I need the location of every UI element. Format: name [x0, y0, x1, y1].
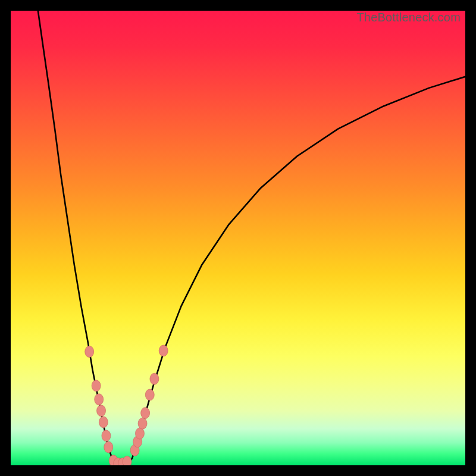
- data-marker: [102, 430, 111, 441]
- data-marker: [104, 441, 113, 453]
- data-marker: [99, 416, 108, 428]
- data-marker: [138, 418, 147, 429]
- curve-layer: [11, 11, 465, 465]
- plot-area: TheBottleneck.com: [11, 11, 465, 465]
- data-marker: [150, 373, 159, 384]
- data-marker: [92, 380, 101, 392]
- data-marker: [95, 394, 104, 405]
- data-marker: [123, 456, 131, 465]
- data-marker: [145, 389, 154, 400]
- chart-frame: TheBottleneck.com: [0, 0, 476, 476]
- data-marker: [97, 405, 106, 416]
- data-marker: [159, 345, 168, 356]
- data-marker: [141, 408, 150, 419]
- data-marker: [85, 346, 94, 358]
- data-marker: [135, 428, 144, 439]
